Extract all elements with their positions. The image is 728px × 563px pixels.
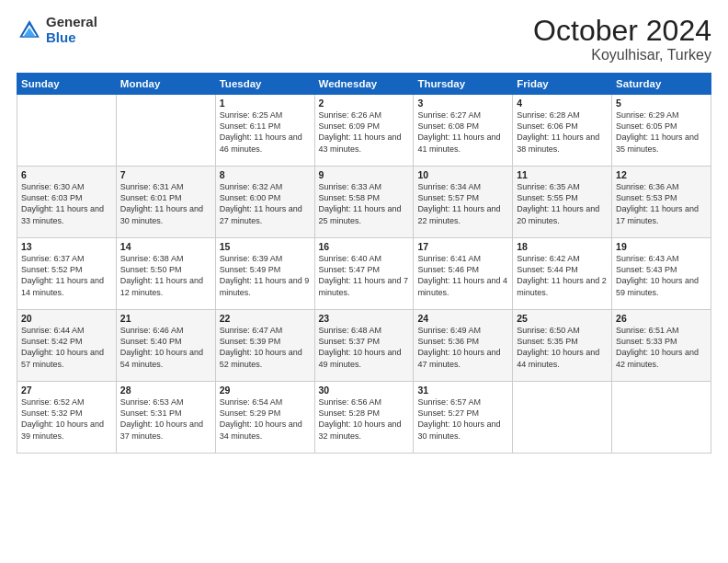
day-number: 7 [120, 169, 211, 180]
day-number: 14 [120, 241, 211, 252]
day-number: 4 [517, 98, 608, 109]
cell-info: Sunrise: 6:36 AM Sunset: 5:53 PM Dayligh… [616, 181, 707, 226]
day-number: 12 [616, 169, 707, 180]
calendar-week-row: 27Sunrise: 6:52 AM Sunset: 5:32 PM Dayli… [17, 382, 711, 454]
calendar-table: Sunday Monday Tuesday Wednesday Thursday… [17, 73, 711, 454]
calendar-cell [612, 382, 711, 454]
calendar-cell: 13Sunrise: 6:37 AM Sunset: 5:52 PM Dayli… [17, 238, 117, 310]
day-number: 27 [21, 385, 112, 396]
calendar-cell [17, 95, 117, 167]
cell-info: Sunrise: 6:34 AM Sunset: 5:57 PM Dayligh… [417, 181, 508, 226]
calendar-cell: 16Sunrise: 6:40 AM Sunset: 5:47 PM Dayli… [314, 238, 414, 310]
cell-info: Sunrise: 6:38 AM Sunset: 5:50 PM Dayligh… [120, 253, 211, 298]
cell-info: Sunrise: 6:35 AM Sunset: 5:55 PM Dayligh… [517, 181, 608, 226]
cell-info: Sunrise: 6:41 AM Sunset: 5:46 PM Dayligh… [417, 253, 508, 298]
calendar-cell: 18Sunrise: 6:42 AM Sunset: 5:44 PM Dayli… [513, 238, 612, 310]
logo-icon [17, 17, 42, 43]
day-number: 16 [319, 241, 410, 252]
calendar-cell [513, 382, 612, 454]
day-number: 13 [21, 241, 112, 252]
calendar-cell: 21Sunrise: 6:46 AM Sunset: 5:40 PM Dayli… [116, 310, 215, 382]
calendar-cell: 6Sunrise: 6:30 AM Sunset: 6:03 PM Daylig… [17, 167, 117, 238]
day-number: 18 [517, 241, 608, 252]
calendar-cell: 20Sunrise: 6:44 AM Sunset: 5:42 PM Dayli… [17, 310, 117, 382]
day-number: 21 [120, 313, 211, 324]
calendar-cell: 10Sunrise: 6:34 AM Sunset: 5:57 PM Dayli… [414, 167, 513, 238]
col-wednesday: Wednesday [314, 74, 414, 95]
calendar-cell [116, 95, 215, 167]
calendar-week-row: 1Sunrise: 6:25 AM Sunset: 6:11 PM Daylig… [17, 95, 711, 167]
calendar-cell: 26Sunrise: 6:51 AM Sunset: 5:33 PM Dayli… [612, 310, 711, 382]
cell-info: Sunrise: 6:40 AM Sunset: 5:47 PM Dayligh… [319, 253, 410, 298]
col-saturday: Saturday [612, 74, 711, 95]
calendar-week-row: 13Sunrise: 6:37 AM Sunset: 5:52 PM Dayli… [17, 238, 711, 310]
col-friday: Friday [513, 74, 612, 95]
cell-info: Sunrise: 6:25 AM Sunset: 6:11 PM Dayligh… [220, 109, 311, 155]
calendar-cell: 8Sunrise: 6:32 AM Sunset: 6:00 PM Daylig… [215, 167, 314, 238]
day-number: 20 [21, 313, 112, 324]
calendar-cell: 11Sunrise: 6:35 AM Sunset: 5:55 PM Dayli… [513, 167, 612, 238]
logo-blue-text: Blue [46, 30, 97, 46]
col-tuesday: Tuesday [215, 74, 314, 95]
day-number: 19 [616, 241, 707, 252]
calendar-header-row: Sunday Monday Tuesday Wednesday Thursday… [17, 74, 711, 95]
day-number: 22 [220, 313, 311, 324]
cell-info: Sunrise: 6:31 AM Sunset: 6:01 PM Dayligh… [120, 181, 211, 226]
day-number: 15 [220, 241, 311, 252]
calendar-cell: 15Sunrise: 6:39 AM Sunset: 5:49 PM Dayli… [215, 238, 314, 310]
title-block: October 2024 Koyulhisar, Turkey [533, 15, 711, 63]
day-number: 9 [319, 169, 410, 180]
day-number: 6 [21, 169, 112, 180]
cell-info: Sunrise: 6:37 AM Sunset: 5:52 PM Dayligh… [21, 253, 112, 298]
calendar-cell: 12Sunrise: 6:36 AM Sunset: 5:53 PM Dayli… [612, 167, 711, 238]
cell-info: Sunrise: 6:28 AM Sunset: 6:06 PM Dayligh… [517, 109, 608, 155]
day-number: 2 [319, 98, 410, 109]
cell-info: Sunrise: 6:48 AM Sunset: 5:37 PM Dayligh… [319, 325, 410, 370]
day-number: 23 [319, 313, 410, 324]
calendar-cell: 1Sunrise: 6:25 AM Sunset: 6:11 PM Daylig… [215, 95, 314, 167]
cell-info: Sunrise: 6:50 AM Sunset: 5:35 PM Dayligh… [517, 325, 608, 370]
day-number: 8 [220, 169, 311, 180]
cell-info: Sunrise: 6:29 AM Sunset: 6:05 PM Dayligh… [616, 109, 707, 155]
cell-info: Sunrise: 6:44 AM Sunset: 5:42 PM Dayligh… [21, 325, 112, 370]
calendar-cell: 5Sunrise: 6:29 AM Sunset: 6:05 PM Daylig… [612, 95, 711, 167]
cell-info: Sunrise: 6:42 AM Sunset: 5:44 PM Dayligh… [517, 253, 608, 298]
cell-info: Sunrise: 6:26 AM Sunset: 6:09 PM Dayligh… [319, 109, 410, 155]
day-number: 26 [616, 313, 707, 324]
day-number: 24 [417, 313, 508, 324]
cell-info: Sunrise: 6:56 AM Sunset: 5:28 PM Dayligh… [319, 396, 410, 442]
calendar-cell: 4Sunrise: 6:28 AM Sunset: 6:06 PM Daylig… [513, 95, 612, 167]
calendar-cell: 31Sunrise: 6:57 AM Sunset: 5:27 PM Dayli… [414, 382, 513, 454]
calendar-cell: 27Sunrise: 6:52 AM Sunset: 5:32 PM Dayli… [17, 382, 117, 454]
logo-general-text: General [46, 15, 97, 30]
cell-info: Sunrise: 6:47 AM Sunset: 5:39 PM Dayligh… [220, 325, 311, 370]
day-number: 17 [417, 241, 508, 252]
col-sunday: Sunday [17, 74, 117, 95]
calendar-cell: 22Sunrise: 6:47 AM Sunset: 5:39 PM Dayli… [215, 310, 314, 382]
day-number: 31 [417, 385, 508, 396]
col-monday: Monday [116, 74, 215, 95]
day-number: 25 [517, 313, 608, 324]
calendar-cell: 24Sunrise: 6:49 AM Sunset: 5:36 PM Dayli… [414, 310, 513, 382]
cell-info: Sunrise: 6:39 AM Sunset: 5:49 PM Dayligh… [220, 253, 311, 298]
calendar-cell: 28Sunrise: 6:53 AM Sunset: 5:31 PM Dayli… [116, 382, 215, 454]
cell-info: Sunrise: 6:52 AM Sunset: 5:32 PM Dayligh… [21, 396, 112, 442]
logo: General Blue [17, 15, 97, 45]
cell-info: Sunrise: 6:51 AM Sunset: 5:33 PM Dayligh… [616, 325, 707, 370]
cell-info: Sunrise: 6:27 AM Sunset: 6:08 PM Dayligh… [417, 109, 508, 155]
cell-info: Sunrise: 6:46 AM Sunset: 5:40 PM Dayligh… [120, 325, 211, 370]
cell-info: Sunrise: 6:57 AM Sunset: 5:27 PM Dayligh… [417, 396, 508, 442]
day-number: 11 [517, 169, 608, 180]
calendar-cell: 17Sunrise: 6:41 AM Sunset: 5:46 PM Dayli… [414, 238, 513, 310]
page: General Blue October 2024 Koyulhisar, Tu… [0, 0, 728, 563]
cell-info: Sunrise: 6:49 AM Sunset: 5:36 PM Dayligh… [417, 325, 508, 370]
cell-info: Sunrise: 6:30 AM Sunset: 6:03 PM Dayligh… [21, 181, 112, 226]
calendar-week-row: 6Sunrise: 6:30 AM Sunset: 6:03 PM Daylig… [17, 167, 711, 238]
day-number: 5 [616, 98, 707, 109]
day-number: 28 [120, 385, 211, 396]
calendar-cell: 3Sunrise: 6:27 AM Sunset: 6:08 PM Daylig… [414, 95, 513, 167]
cell-info: Sunrise: 6:32 AM Sunset: 6:00 PM Dayligh… [220, 181, 311, 226]
calendar-cell: 7Sunrise: 6:31 AM Sunset: 6:01 PM Daylig… [116, 167, 215, 238]
day-number: 30 [319, 385, 410, 396]
calendar-cell: 2Sunrise: 6:26 AM Sunset: 6:09 PM Daylig… [314, 95, 414, 167]
